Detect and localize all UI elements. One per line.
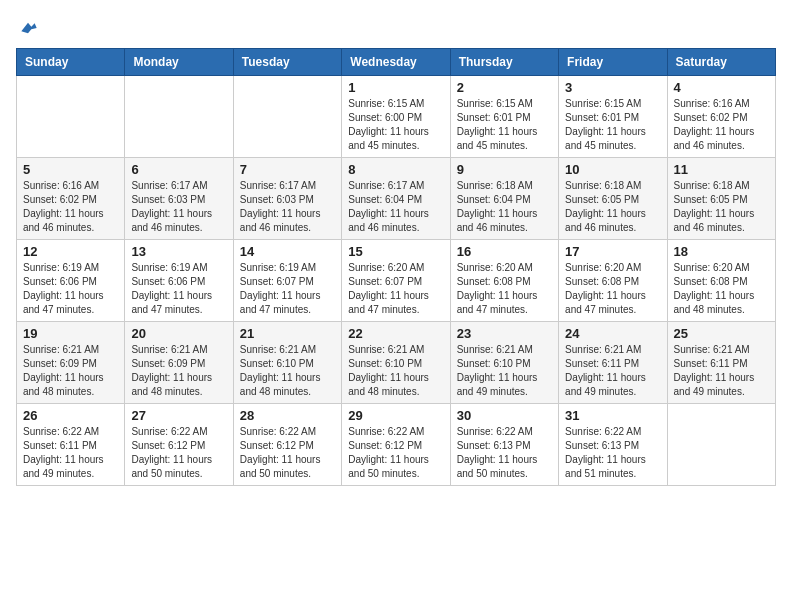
calendar-day-cell — [17, 75, 125, 157]
calendar-day-cell: 26Sunrise: 6:22 AM Sunset: 6:11 PM Dayli… — [17, 403, 125, 485]
calendar-day-cell: 21Sunrise: 6:21 AM Sunset: 6:10 PM Dayli… — [233, 321, 341, 403]
calendar-day-cell — [667, 403, 775, 485]
calendar-day-cell: 31Sunrise: 6:22 AM Sunset: 6:13 PM Dayli… — [559, 403, 667, 485]
calendar-week-row: 1Sunrise: 6:15 AM Sunset: 6:00 PM Daylig… — [17, 75, 776, 157]
calendar-body: 1Sunrise: 6:15 AM Sunset: 6:00 PM Daylig… — [17, 75, 776, 485]
calendar-week-row: 26Sunrise: 6:22 AM Sunset: 6:11 PM Dayli… — [17, 403, 776, 485]
calendar-day-cell: 20Sunrise: 6:21 AM Sunset: 6:09 PM Dayli… — [125, 321, 233, 403]
day-number: 4 — [674, 80, 769, 95]
svg-marker-0 — [21, 22, 36, 33]
weekday-header-row: SundayMondayTuesdayWednesdayThursdayFrid… — [17, 48, 776, 75]
calendar-day-cell: 3Sunrise: 6:15 AM Sunset: 6:01 PM Daylig… — [559, 75, 667, 157]
calendar-day-cell: 29Sunrise: 6:22 AM Sunset: 6:12 PM Dayli… — [342, 403, 450, 485]
day-number: 24 — [565, 326, 660, 341]
day-number: 10 — [565, 162, 660, 177]
page-header — [16, 16, 776, 38]
day-number: 9 — [457, 162, 552, 177]
calendar-day-cell: 19Sunrise: 6:21 AM Sunset: 6:09 PM Dayli… — [17, 321, 125, 403]
calendar-day-cell — [125, 75, 233, 157]
calendar-day-cell: 4Sunrise: 6:16 AM Sunset: 6:02 PM Daylig… — [667, 75, 775, 157]
day-info: Sunrise: 6:15 AM Sunset: 6:01 PM Dayligh… — [565, 97, 660, 153]
day-info: Sunrise: 6:19 AM Sunset: 6:06 PM Dayligh… — [131, 261, 226, 317]
day-info: Sunrise: 6:21 AM Sunset: 6:09 PM Dayligh… — [131, 343, 226, 399]
weekday-header-cell: Wednesday — [342, 48, 450, 75]
calendar-day-cell: 28Sunrise: 6:22 AM Sunset: 6:12 PM Dayli… — [233, 403, 341, 485]
day-number: 25 — [674, 326, 769, 341]
calendar-day-cell: 30Sunrise: 6:22 AM Sunset: 6:13 PM Dayli… — [450, 403, 558, 485]
day-number: 28 — [240, 408, 335, 423]
day-info: Sunrise: 6:21 AM Sunset: 6:10 PM Dayligh… — [348, 343, 443, 399]
day-info: Sunrise: 6:21 AM Sunset: 6:09 PM Dayligh… — [23, 343, 118, 399]
calendar-day-cell: 15Sunrise: 6:20 AM Sunset: 6:07 PM Dayli… — [342, 239, 450, 321]
day-number: 8 — [348, 162, 443, 177]
day-info: Sunrise: 6:17 AM Sunset: 6:03 PM Dayligh… — [240, 179, 335, 235]
day-info: Sunrise: 6:20 AM Sunset: 6:08 PM Dayligh… — [457, 261, 552, 317]
day-info: Sunrise: 6:18 AM Sunset: 6:04 PM Dayligh… — [457, 179, 552, 235]
calendar-day-cell: 12Sunrise: 6:19 AM Sunset: 6:06 PM Dayli… — [17, 239, 125, 321]
calendar-day-cell: 27Sunrise: 6:22 AM Sunset: 6:12 PM Dayli… — [125, 403, 233, 485]
day-info: Sunrise: 6:16 AM Sunset: 6:02 PM Dayligh… — [23, 179, 118, 235]
day-number: 5 — [23, 162, 118, 177]
day-info: Sunrise: 6:21 AM Sunset: 6:10 PM Dayligh… — [240, 343, 335, 399]
logo — [16, 16, 42, 38]
calendar-week-row: 19Sunrise: 6:21 AM Sunset: 6:09 PM Dayli… — [17, 321, 776, 403]
day-number: 12 — [23, 244, 118, 259]
calendar-day-cell: 9Sunrise: 6:18 AM Sunset: 6:04 PM Daylig… — [450, 157, 558, 239]
day-number: 30 — [457, 408, 552, 423]
day-info: Sunrise: 6:15 AM Sunset: 6:01 PM Dayligh… — [457, 97, 552, 153]
calendar-day-cell: 24Sunrise: 6:21 AM Sunset: 6:11 PM Dayli… — [559, 321, 667, 403]
weekday-header-cell: Saturday — [667, 48, 775, 75]
day-number: 20 — [131, 326, 226, 341]
day-number: 2 — [457, 80, 552, 95]
calendar-day-cell: 13Sunrise: 6:19 AM Sunset: 6:06 PM Dayli… — [125, 239, 233, 321]
calendar-day-cell: 16Sunrise: 6:20 AM Sunset: 6:08 PM Dayli… — [450, 239, 558, 321]
day-number: 16 — [457, 244, 552, 259]
day-info: Sunrise: 6:20 AM Sunset: 6:08 PM Dayligh… — [565, 261, 660, 317]
day-number: 19 — [23, 326, 118, 341]
day-info: Sunrise: 6:19 AM Sunset: 6:06 PM Dayligh… — [23, 261, 118, 317]
day-number: 7 — [240, 162, 335, 177]
calendar-week-row: 5Sunrise: 6:16 AM Sunset: 6:02 PM Daylig… — [17, 157, 776, 239]
day-info: Sunrise: 6:22 AM Sunset: 6:13 PM Dayligh… — [457, 425, 552, 481]
day-info: Sunrise: 6:21 AM Sunset: 6:11 PM Dayligh… — [674, 343, 769, 399]
day-info: Sunrise: 6:18 AM Sunset: 6:05 PM Dayligh… — [674, 179, 769, 235]
day-number: 31 — [565, 408, 660, 423]
day-number: 17 — [565, 244, 660, 259]
calendar-day-cell: 7Sunrise: 6:17 AM Sunset: 6:03 PM Daylig… — [233, 157, 341, 239]
calendar-day-cell: 5Sunrise: 6:16 AM Sunset: 6:02 PM Daylig… — [17, 157, 125, 239]
calendar-day-cell — [233, 75, 341, 157]
calendar-day-cell: 11Sunrise: 6:18 AM Sunset: 6:05 PM Dayli… — [667, 157, 775, 239]
logo-general-text — [16, 16, 38, 38]
day-number: 22 — [348, 326, 443, 341]
calendar-week-row: 12Sunrise: 6:19 AM Sunset: 6:06 PM Dayli… — [17, 239, 776, 321]
weekday-header-cell: Sunday — [17, 48, 125, 75]
day-info: Sunrise: 6:22 AM Sunset: 6:12 PM Dayligh… — [240, 425, 335, 481]
day-info: Sunrise: 6:20 AM Sunset: 6:07 PM Dayligh… — [348, 261, 443, 317]
day-info: Sunrise: 6:22 AM Sunset: 6:11 PM Dayligh… — [23, 425, 118, 481]
day-info: Sunrise: 6:18 AM Sunset: 6:05 PM Dayligh… — [565, 179, 660, 235]
day-number: 6 — [131, 162, 226, 177]
day-number: 1 — [348, 80, 443, 95]
weekday-header-cell: Thursday — [450, 48, 558, 75]
weekday-header-cell: Friday — [559, 48, 667, 75]
day-info: Sunrise: 6:19 AM Sunset: 6:07 PM Dayligh… — [240, 261, 335, 317]
day-number: 29 — [348, 408, 443, 423]
logo-bird-icon — [18, 18, 38, 38]
calendar-day-cell: 22Sunrise: 6:21 AM Sunset: 6:10 PM Dayli… — [342, 321, 450, 403]
day-info: Sunrise: 6:21 AM Sunset: 6:10 PM Dayligh… — [457, 343, 552, 399]
calendar-day-cell: 18Sunrise: 6:20 AM Sunset: 6:08 PM Dayli… — [667, 239, 775, 321]
day-info: Sunrise: 6:16 AM Sunset: 6:02 PM Dayligh… — [674, 97, 769, 153]
day-number: 26 — [23, 408, 118, 423]
calendar-day-cell: 14Sunrise: 6:19 AM Sunset: 6:07 PM Dayli… — [233, 239, 341, 321]
weekday-header-cell: Tuesday — [233, 48, 341, 75]
day-info: Sunrise: 6:22 AM Sunset: 6:12 PM Dayligh… — [131, 425, 226, 481]
day-number: 18 — [674, 244, 769, 259]
day-info: Sunrise: 6:17 AM Sunset: 6:04 PM Dayligh… — [348, 179, 443, 235]
calendar-day-cell: 2Sunrise: 6:15 AM Sunset: 6:01 PM Daylig… — [450, 75, 558, 157]
calendar-table: SundayMondayTuesdayWednesdayThursdayFrid… — [16, 48, 776, 486]
calendar-day-cell: 8Sunrise: 6:17 AM Sunset: 6:04 PM Daylig… — [342, 157, 450, 239]
day-number: 11 — [674, 162, 769, 177]
day-number: 27 — [131, 408, 226, 423]
day-info: Sunrise: 6:22 AM Sunset: 6:12 PM Dayligh… — [348, 425, 443, 481]
calendar-day-cell: 6Sunrise: 6:17 AM Sunset: 6:03 PM Daylig… — [125, 157, 233, 239]
